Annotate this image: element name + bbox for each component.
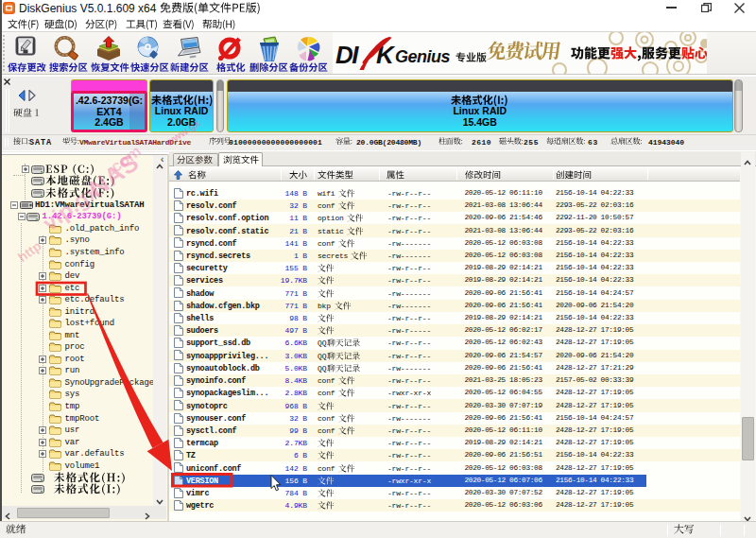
svg-text:DI: DI bbox=[335, 41, 359, 69]
svg-text:Genius: Genius bbox=[395, 47, 451, 66]
